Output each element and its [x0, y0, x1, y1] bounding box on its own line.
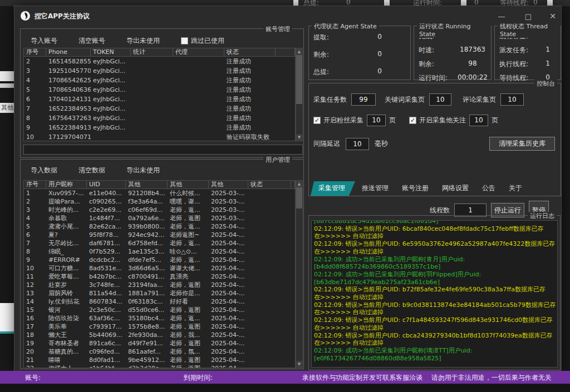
table-row[interactable]: 10可口方糖...8ad531e...3d66d6a5...谢谢大佬...202… — [24, 264, 295, 272]
checkbox-check-icon[interactable]: ✓ — [409, 117, 416, 124]
export-unused-button[interactable]: 导出未使用 — [126, 36, 160, 46]
tab-账号注册[interactable]: 账号注册 — [395, 181, 435, 196]
table-row[interactable]: 3时光峰的...c2e2e69...c06ef69d...老师，返...2025… — [24, 206, 295, 214]
table-cell: daf6781... — [87, 240, 126, 247]
accounts-table[interactable]: 序号PhoneTOKEN统计代理状态216514582855eyJhbGci..… — [23, 48, 296, 141]
table-row[interactable]: 816756437263eyJhbGci...注册成功 — [24, 113, 295, 123]
maximize-button[interactable]: □ — [520, 11, 537, 22]
table-row[interactable]: 2提喻Para...c090265...f3e3a64a...嘿嘿，谢...20… — [24, 197, 295, 206]
log-line: 在>>>>>> 自动过滤掉 — [314, 339, 555, 347]
table-row[interactable]: 14ly.仗剑拈花8607834...0f63183c...好好看2025-04… — [24, 297, 295, 306]
bg-left-fragment-text: 其他 — [0, 103, 15, 112]
table-row[interactable]: 13眉荫风铃811a54d...1881a791...老师你是...2025-0… — [24, 289, 295, 297]
expire-time-label: 到期时间: — [184, 373, 213, 383]
users-table[interactable]: 序号用户昵称UID其他其他其他状态1Xuv0957-...e11e040...9… — [23, 180, 296, 368]
tab-采集管理[interactable]: 采集管理 — [311, 181, 355, 196]
follow-pages-input[interactable]: 10 — [469, 115, 488, 126]
table-cell: 注册成功 — [224, 105, 276, 113]
table-row[interactable]: 517086540636eyJhbGci...注册成功 — [24, 85, 295, 95]
table-cell: 17086540636 — [46, 86, 91, 93]
scroll-up-icon[interactable]: ▲ — [296, 48, 302, 55]
log-line: 02:12:09: 错误>当前用户UID: cbca2439279340b1bf… — [314, 332, 555, 340]
table-cell: 2025-04-... — [209, 340, 248, 347]
tab-公告[interactable]: 公告 — [475, 181, 502, 196]
task-count-input[interactable]: 99 — [351, 93, 376, 106]
table-row[interactable]: 18懒大王5b44069...2fe930da...老师，我...2025-04… — [24, 331, 295, 339]
table-cell: 老师，返图 — [168, 214, 209, 222]
fans-pages-input[interactable]: 10 — [367, 115, 386, 126]
table-cell: eyJhbGci... — [91, 86, 131, 93]
users-table-scrollbar[interactable]: ▲ ▼ — [296, 180, 303, 368]
table-cell: 861aafef... — [126, 348, 168, 355]
column-header: Phone — [46, 48, 91, 56]
table-cell: 0f7b529... — [87, 248, 126, 255]
checkbox-box-icon[interactable] — [181, 37, 188, 44]
fans-collect-checkbox[interactable]: ✓ 开启粉丝采集 — [313, 116, 363, 125]
table-cell: 5 — [24, 223, 46, 230]
table-cell: 16514582855 — [46, 58, 91, 65]
table-row[interactable]: 5鸢鸢小尾...82e62ca...939b0800...老师，返...2025… — [24, 222, 295, 231]
close-button[interactable]: ✕ — [544, 11, 561, 22]
keyword-pages-input[interactable]: 10 — [429, 93, 451, 106]
table-row[interactable]: 11爱吃草莓...b42b7bc...c8700491...真漂亮2025-04… — [24, 272, 295, 281]
table-row[interactable]: 716522384953eyJhbGci...注册成功 — [24, 104, 295, 113]
scroll-up-icon[interactable]: ▲ — [296, 181, 302, 187]
table-row[interactable]: 617040124131eyJhbGci...注册成功 — [24, 95, 295, 104]
table-row[interactable]: 8绵眠_0f7b529...1ae135c3...哇⊙△⊙...2025-04-… — [24, 247, 295, 256]
clear-accounts-button[interactable]: 清空账号 — [78, 36, 105, 46]
table-cell: 2025-04-... — [209, 290, 248, 297]
clear-data-button[interactable]: 清空数据 — [78, 166, 105, 175]
export-unused-data-button[interactable]: 导出未使用 — [126, 166, 160, 175]
checkbox-check-icon[interactable]: ✓ — [313, 117, 321, 124]
scroll-down-icon[interactable]: ▼ — [296, 361, 302, 368]
table-header-row: 序号用户昵称UID其他其他其他状态 — [24, 181, 295, 189]
table-row[interactable]: 6夏?95f8f78...924ec942...老师返图~2025-04-... — [24, 231, 295, 239]
accounts-table-scrollbar[interactable]: ▲ ▼ — [296, 48, 303, 141]
comment-pages-input[interactable]: 10 — [500, 93, 524, 106]
scrollbar-thumb[interactable] — [296, 187, 302, 209]
state-value: 98 — [454, 59, 491, 69]
tab-关于[interactable]: 关于 — [502, 181, 529, 196]
tab-推送管理[interactable]: 推送管理 — [355, 181, 395, 196]
table-row[interactable]: 1Xuv0957-...e11e040...921208b4...什么时候...… — [24, 189, 295, 197]
table-row[interactable]: 12赴宴岁3c748fe...23194faa...老师，返图2025-04-.… — [24, 281, 295, 289]
scrollbar-thumb[interactable] — [296, 55, 302, 104]
table-cell: 19 — [24, 340, 46, 347]
table-row[interactable]: 19哥布林圣者891ca6c...d49f7e91...老师，返图2025-04… — [24, 339, 295, 348]
table-cell: 0a792a6e... — [126, 215, 168, 222]
skip-used-checkbox[interactable]: 跳过已使用 — [181, 36, 224, 46]
tab-网络设置[interactable]: 网络设置 — [435, 181, 475, 196]
log-line: [887cc8881dc34d1d861cc98ac1f861d4] — [314, 220, 555, 225]
group-title: 账号管理 — [263, 25, 292, 33]
table-row[interactable]: 21嘻嘻8d0fad1...9be45912...老师，返图2025-04-..… — [24, 356, 295, 364]
table-cell: 老师，我... — [168, 331, 209, 339]
table-cell: 注册成功 — [224, 86, 276, 94]
import-accounts-button[interactable]: 导入账号 — [31, 36, 57, 46]
window-title: 捏它APP关注协议 — [35, 12, 90, 21]
minimize-button[interactable]: — — [493, 11, 510, 22]
table-row[interactable]: 9#ERROR#dcdcbc2...dfde7ef5...老师，返...2025… — [24, 256, 295, 264]
table-row[interactable]: 1017129704071验证码获取失败 — [24, 132, 295, 141]
clear-history-button[interactable]: 清理采集历史库 — [489, 137, 555, 151]
table-row[interactable]: 216514582855eyJhbGci...注册成功 — [24, 57, 295, 66]
state-row: 总提:0 — [309, 67, 410, 77]
delay-input[interactable]: 10 — [346, 138, 369, 150]
import-data-button[interactable]: 导入数据 — [31, 166, 57, 175]
table-row[interactable]: 4余暮歌1c484f7...0a792a6e...老师，返图2025-03-..… — [24, 214, 295, 222]
table-cell: eyJhbGci... — [91, 67, 131, 75]
table-row[interactable]: 319251045770eyJhbGci...注册成功 — [24, 66, 295, 76]
run-log[interactable]: [887cc8881dc34d1d861cc98ac1f861d4]02:12:… — [311, 220, 558, 368]
table-row[interactable]: 15银河2c3e50c...d55d0ce6...老师，返图2025-04-..… — [24, 306, 295, 314]
table-row[interactable]: 7无尽岭比...daf6781...6d758efd...老师，返...2025… — [24, 239, 295, 247]
table-row[interactable]: 916522384913eyJhbGci...注册成功 — [24, 123, 295, 132]
table-cell: 13 — [24, 290, 46, 297]
table-cell: 赴宴岁 — [46, 281, 87, 289]
table-cell: 5 — [24, 86, 46, 93]
table-row[interactable]: 22伊塔大人c1b64bf...d3b3d28c...老师，返图2025-04-… — [24, 364, 295, 368]
table-row[interactable]: 17美乐蒂c793917...1575b8e8...老师，返图2025-04-.… — [24, 322, 295, 331]
table-row[interactable]: 20慕糖真的...c096fed...861aafef...老师，氛...202… — [24, 348, 295, 356]
scroll-down-icon[interactable]: ▼ — [296, 134, 302, 141]
table-row[interactable]: 417086542625eyJhbGci...注册成功 — [24, 76, 295, 85]
follow-collect-checkbox[interactable]: ✓ 开启采集他关注 — [409, 116, 466, 125]
table-row[interactable]: 16陆佰玖拾柒63af36c...35180bc4...老师，返...2025-… — [24, 314, 295, 322]
